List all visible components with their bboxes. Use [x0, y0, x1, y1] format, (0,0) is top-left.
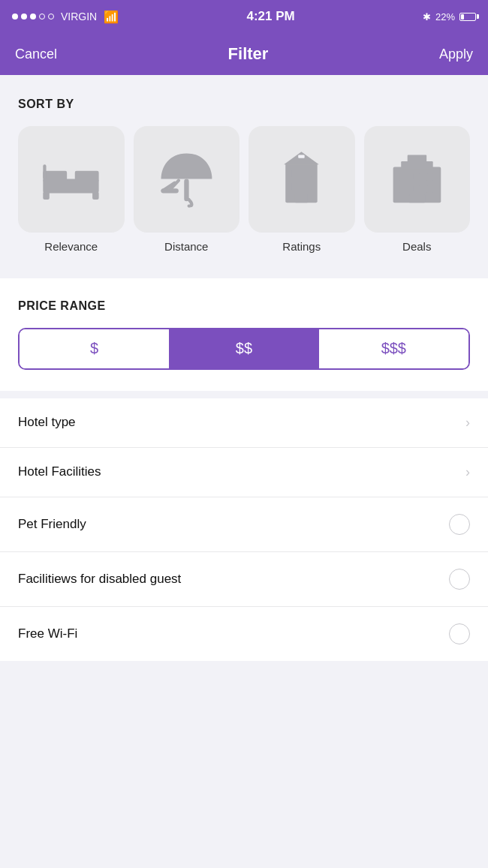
svg-rect-22 [399, 185, 407, 193]
battery-body [459, 13, 476, 21]
svg-rect-27 [408, 155, 426, 164]
sort-item-ratings[interactable]: Ratings [249, 126, 355, 253]
free-wifi-radio[interactable] [449, 623, 470, 644]
facilities-disabled-row[interactable]: Facilitiews for disabled guest [0, 552, 488, 607]
content: SORT BY Relevance [0, 75, 488, 661]
svg-rect-19 [399, 173, 407, 181]
dot-4 [39, 14, 45, 20]
hotel-type-label: Hotel type [18, 415, 76, 430]
sort-label-distance: Distance [164, 240, 208, 253]
bluetooth-icon: ✱ [423, 11, 431, 23]
chevron-right-icon: › [465, 415, 470, 431]
building-large-icon [385, 147, 449, 211]
signal-dots [12, 14, 54, 20]
svg-rect-4 [92, 192, 98, 200]
price-btn-mid[interactable]: $$ [169, 329, 318, 368]
svg-rect-13 [292, 182, 300, 191]
svg-rect-5 [44, 165, 47, 179]
pet-friendly-radio[interactable] [449, 514, 470, 535]
wifi-icon: 📶 [104, 10, 119, 24]
svg-rect-1 [44, 171, 68, 182]
dot-2 [21, 14, 27, 20]
dot-1 [12, 14, 18, 20]
status-bar: VIRGIN 📶 4:21 PM ✱ 22% [0, 0, 488, 33]
svg-rect-21 [426, 173, 434, 181]
sort-item-deals[interactable]: Deals [364, 126, 471, 253]
svg-rect-2 [75, 171, 99, 182]
price-range-label: PRICE RANGE [18, 299, 470, 313]
chevron-right-icon-2: › [465, 464, 470, 480]
battery-indicator [459, 13, 476, 21]
page-title: Filter [228, 44, 269, 64]
sort-icon-box-distance [134, 126, 240, 233]
svg-rect-12 [303, 170, 312, 178]
facilities-disabled-label: Facilitiews for disabled guest [18, 572, 181, 587]
svg-rect-25 [409, 195, 425, 203]
sort-item-relevance[interactable]: Relevance [18, 126, 125, 253]
svg-rect-6 [184, 179, 188, 202]
nav-bar: Cancel Filter Apply [0, 33, 488, 75]
building-small-icon [270, 147, 333, 211]
pet-friendly-row[interactable]: Pet Friendly [0, 497, 488, 552]
dot-3 [30, 14, 36, 20]
sort-icon-box-deals [364, 126, 471, 233]
apply-button[interactable]: Apply [439, 47, 473, 62]
carrier-name: VIRGIN [61, 11, 97, 23]
svg-rect-9 [161, 188, 178, 193]
umbrella-icon [155, 147, 218, 211]
price-range-section: PRICE RANGE $ $$ $$$ [0, 278, 488, 391]
sort-icon-box-ratings [249, 126, 355, 233]
svg-rect-11 [292, 170, 300, 178]
battery-percent: 22% [435, 11, 455, 23]
hotel-facilities-row[interactable]: Hotel Facilities › [0, 448, 488, 497]
price-btn-high[interactable]: $$$ [319, 329, 468, 368]
svg-rect-17 [298, 155, 304, 158]
status-bar-left: VIRGIN 📶 [12, 10, 119, 24]
hotel-type-row[interactable]: Hotel type › [0, 398, 488, 448]
status-time: 4:21 PM [246, 9, 294, 24]
battery-fill [461, 14, 464, 20]
sort-options: Relevance Distance [18, 126, 470, 253]
svg-rect-14 [303, 182, 312, 191]
sort-icon-box-relevance [18, 126, 125, 233]
pet-friendly-label: Pet Friendly [18, 517, 86, 532]
sort-by-section: SORT BY Relevance [0, 75, 488, 271]
free-wifi-row[interactable]: Free Wi-Fi [0, 607, 488, 661]
list-section: Hotel type › Hotel Facilities › Pet Frie… [0, 398, 488, 661]
price-btn-low[interactable]: $ [20, 329, 169, 368]
facilities-disabled-radio[interactable] [449, 569, 470, 590]
hotel-facilities-label: Hotel Facilities [18, 464, 101, 479]
sort-label-ratings: Ratings [282, 240, 321, 253]
status-bar-right: ✱ 22% [423, 11, 476, 23]
svg-rect-24 [426, 185, 434, 193]
sort-label-relevance: Relevance [44, 240, 98, 253]
sort-by-label: SORT BY [18, 98, 470, 111]
free-wifi-label: Free Wi-Fi [18, 626, 77, 641]
sort-label-deals: Deals [402, 240, 431, 253]
sort-item-distance[interactable]: Distance [134, 126, 240, 253]
svg-rect-23 [413, 185, 420, 193]
bed-icon [39, 147, 103, 211]
cancel-button[interactable]: Cancel [15, 47, 57, 62]
svg-rect-15 [295, 194, 308, 203]
price-toggle: $ $$ $$$ [18, 328, 470, 370]
svg-rect-20 [413, 173, 420, 181]
dot-5 [48, 14, 54, 20]
svg-rect-3 [44, 192, 50, 200]
svg-marker-16 [284, 152, 319, 165]
